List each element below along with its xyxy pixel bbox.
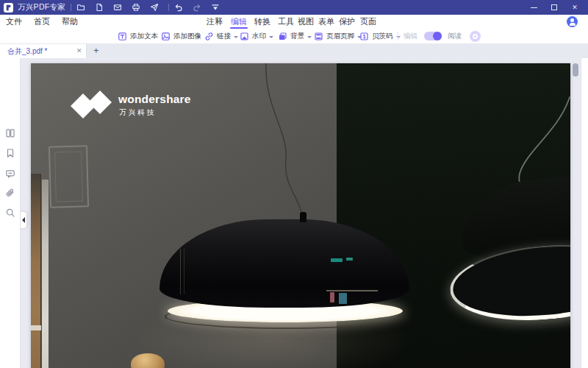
lamp-scene-reflection-line <box>326 290 378 291</box>
background-icon <box>278 32 287 41</box>
maximize-button[interactable] <box>544 0 564 15</box>
toggle-knob <box>433 32 442 40</box>
sidebar-bookmarks-button[interactable] <box>5 148 15 158</box>
link-button[interactable]: 链接 <box>204 29 238 43</box>
menu-file[interactable]: 文件 <box>6 15 22 29</box>
watermark-button[interactable]: 水印 <box>240 29 273 43</box>
customize-toolbar-button[interactable] <box>206 0 224 15</box>
wondershare-logo-text: wondershare <box>118 93 191 106</box>
lamp-pink-reflection <box>330 292 334 302</box>
add-image-label: 添加图像 <box>173 32 201 41</box>
redo-icon <box>193 3 201 12</box>
watermark-dropdown-caret[interactable] <box>269 36 273 38</box>
bates-numbering-button[interactable]: 贝茨码 <box>359 29 401 43</box>
avatar-person-icon <box>570 18 574 22</box>
watermark-icon <box>240 32 249 41</box>
sidebar-collapse-handle[interactable] <box>21 211 27 229</box>
print-button[interactable] <box>126 0 145 15</box>
sidebar-attachments-button[interactable] <box>5 188 15 199</box>
right-panel-strip <box>581 58 588 368</box>
center-lamp-cord <box>266 63 303 221</box>
send-icon <box>150 3 159 12</box>
close-button[interactable]: ✕ <box>564 0 585 15</box>
titlebar: 万兴PDF专家 ✕ <box>0 0 588 15</box>
add-text-label: 添加文本 <box>130 32 158 41</box>
lamp-teal-reflection <box>331 258 343 262</box>
document-tab-title: 合并_3.pdf * <box>7 44 47 58</box>
wondershare-logo-mark <box>69 90 113 119</box>
add-image-button[interactable]: 添加图像 <box>161 29 201 43</box>
search-icon <box>5 208 15 218</box>
link-label: 链接 <box>217 32 231 41</box>
menu-help[interactable]: 帮助 <box>62 15 78 29</box>
sidebar-comments-button[interactable] <box>5 169 15 179</box>
header-footer-label: 页眉页脚 <box>326 32 354 41</box>
bookmark-icon <box>5 148 15 158</box>
bates-numbering-label: 贝茨码 <box>372 32 393 41</box>
maximize-icon <box>551 4 557 10</box>
ribbon-tab-convert[interactable]: 转换 <box>254 15 270 29</box>
undo-button[interactable] <box>169 0 187 15</box>
email-button[interactable] <box>108 0 126 15</box>
app-title: 万兴PDF专家 <box>18 2 65 13</box>
user-avatar[interactable] <box>567 16 578 27</box>
background-dropdown-caret[interactable] <box>307 36 312 38</box>
header-footer-button[interactable]: 页眉页脚 <box>314 29 362 43</box>
ribbon-tab-tools[interactable]: 工具 <box>278 15 294 29</box>
open-file-button[interactable] <box>71 0 90 15</box>
minimize-button[interactable] <box>523 0 544 15</box>
page-thumbnails-icon <box>5 128 15 138</box>
lamp-teal-reflection-2 <box>346 258 353 261</box>
close-icon: ✕ <box>572 4 578 11</box>
redo-button[interactable] <box>187 0 206 15</box>
share-button[interactable] <box>145 0 163 15</box>
pdf-page[interactable]: wondershare 万兴科技 <box>31 63 570 368</box>
edit-toolbar: 添加文本 添加图像 链接 水印 背景 页眉页脚 贝茨码 编辑 阅读 <box>0 29 588 44</box>
mode-edit-label: 编辑 <box>404 29 417 43</box>
document-tab[interactable]: 合并_3.pdf * ✕ <box>0 44 87 58</box>
mode-read-label: 阅读 <box>448 29 462 43</box>
save-button[interactable] <box>90 0 108 15</box>
watermark-label: 水印 <box>252 32 266 41</box>
photo-person-head <box>131 353 165 368</box>
link-icon <box>204 32 214 41</box>
ribbon-tab-comment[interactable]: 注释 <box>207 15 223 29</box>
lamp-window-reflection <box>180 249 184 294</box>
undo-icon <box>174 3 183 12</box>
add-image-icon <box>161 32 171 41</box>
minimize-icon <box>531 7 537 8</box>
menu-down-icon <box>211 3 220 12</box>
collapse-arrow-icon <box>22 217 25 223</box>
comment-icon <box>5 169 15 179</box>
left-sidebar <box>0 58 21 368</box>
new-tab-button[interactable]: + <box>93 44 99 58</box>
sidebar-search-button[interactable] <box>5 208 15 218</box>
ribbon-tab-page[interactable]: 页面 <box>360 15 376 29</box>
header-footer-icon <box>314 32 323 41</box>
link-dropdown-caret[interactable] <box>234 36 238 38</box>
toolbar-separator <box>398 32 398 40</box>
app-logo-icon <box>4 3 13 13</box>
ribbon-tab-protect[interactable]: 保护 <box>339 15 355 29</box>
tab-close-icon[interactable]: ✕ <box>76 44 82 58</box>
sidebar-thumbnails-button[interactable] <box>5 128 15 138</box>
wondershare-logo-subtext: 万兴科技 <box>119 107 156 118</box>
add-text-icon <box>118 32 127 41</box>
background-label: 背景 <box>290 32 304 41</box>
document-icon <box>95 3 104 12</box>
paperclip-icon <box>5 188 15 199</box>
assistant-target-icon[interactable] <box>470 31 481 42</box>
printer-icon <box>132 3 140 12</box>
ribbon-tab-form[interactable]: 表单 <box>318 15 334 29</box>
vertical-scrollbar-thumb[interactable] <box>573 63 578 77</box>
background-button[interactable]: 背景 <box>278 29 312 43</box>
add-text-button[interactable]: 添加文本 <box>118 29 158 43</box>
ribbon-tab-view[interactable]: 视图 <box>298 15 314 29</box>
envelope-icon <box>113 3 122 12</box>
pdf-app-glyph <box>4 4 12 12</box>
bates-number-icon <box>359 32 369 41</box>
lamp-blue-reflection <box>339 293 347 304</box>
edit-read-mode-toggle[interactable] <box>424 32 442 40</box>
menu-home[interactable]: 首页 <box>34 15 50 29</box>
document-tabbar: 合并_3.pdf * ✕ + <box>0 44 588 58</box>
